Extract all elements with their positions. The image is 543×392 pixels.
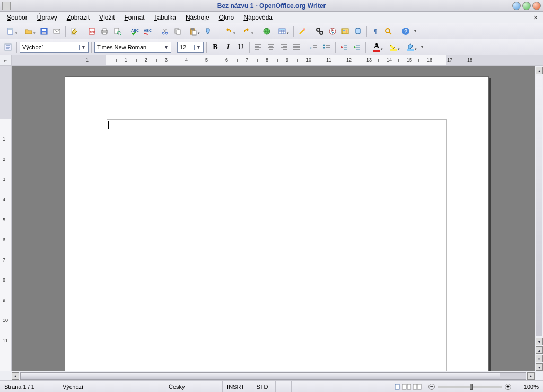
new-document-button[interactable] <box>2 25 19 37</box>
text-frame[interactable] <box>107 119 447 371</box>
auto-spellcheck-button[interactable]: ABC <box>142 25 153 37</box>
status-selection-mode[interactable]: STD <box>249 381 276 392</box>
underline-button[interactable]: U <box>235 41 247 53</box>
window-controls <box>512 2 543 10</box>
status-signature[interactable] <box>276 381 292 392</box>
export-pdf-button[interactable]: PDF <box>86 25 98 37</box>
horizontal-ruler[interactable]: 1123456789101112131415161718 <box>12 55 543 65</box>
menu-table[interactable]: Tabulka <box>151 13 180 22</box>
nonprinting-chars-button[interactable]: ¶ <box>370 25 381 37</box>
menu-file[interactable]: Soubor <box>3 13 31 22</box>
spellcheck-button[interactable]: ABC <box>129 25 141 37</box>
data-sources-button[interactable] <box>352 25 364 37</box>
email-button[interactable] <box>51 25 63 37</box>
align-right-button[interactable] <box>278 41 290 53</box>
navigation-button[interactable]: ○ <box>536 355 543 362</box>
bulleted-list-button[interactable] <box>321 41 332 53</box>
scroll-down-button[interactable]: ▾ <box>536 338 543 345</box>
print-button[interactable] <box>99 25 110 37</box>
font-size-combo[interactable]: 12 ▼ <box>177 42 204 53</box>
close-document-button[interactable]: × <box>531 13 540 22</box>
menu-format[interactable]: Formát <box>120 13 148 22</box>
page <box>65 76 489 371</box>
horizontal-ruler-row: ⌐ 1123456789101112131415161718 <box>0 55 543 66</box>
svg-rect-1 <box>8 28 13 30</box>
horizontal-scrollbar-thumb[interactable] <box>21 373 500 379</box>
separator <box>16 42 17 53</box>
previous-page-button[interactable]: ▴ <box>536 346 543 354</box>
styles-window-button[interactable] <box>2 41 14 53</box>
paragraph-style-combo[interactable]: Výchozí ▼ <box>20 42 89 53</box>
status-zoom-percent[interactable]: 100% <box>516 381 543 392</box>
svg-rect-10 <box>103 29 106 31</box>
zoom-slider[interactable] <box>438 386 502 388</box>
scroll-left-button[interactable]: ◂ <box>12 372 19 380</box>
bold-button[interactable]: B <box>209 41 221 53</box>
help-button[interactable]: ? <box>400 25 411 37</box>
font-name-combo[interactable]: Times New Roman ▼ <box>94 42 171 53</box>
status-insert-mode[interactable]: INSRT <box>223 381 249 392</box>
zoom-button[interactable] <box>382 25 394 37</box>
paste-button[interactable] <box>185 25 202 37</box>
minimize-button[interactable] <box>512 2 521 10</box>
toolbar-overflow-button[interactable]: ▾ <box>413 25 418 37</box>
zoom-slider-knob[interactable] <box>470 384 473 390</box>
open-button[interactable] <box>20 25 37 37</box>
chevron-down-icon: ▼ <box>79 45 86 50</box>
multi-page-icon[interactable] <box>402 384 411 390</box>
align-center-button[interactable] <box>265 41 277 53</box>
print-preview-button[interactable] <box>111 25 123 37</box>
status-view-layout[interactable] <box>389 381 426 392</box>
numbered-list-button[interactable]: 12 <box>308 41 320 53</box>
align-left-button[interactable] <box>252 41 264 53</box>
single-page-icon[interactable] <box>393 384 400 390</box>
scroll-up-button[interactable]: ▴ <box>536 67 543 74</box>
highlight-color-button[interactable]: ▾ <box>386 41 401 53</box>
italic-button[interactable]: I <box>222 41 234 53</box>
vertical-ruler[interactable]: 1234567891011 <box>0 66 12 371</box>
status-style[interactable]: Výchozí <box>58 381 164 392</box>
menu-insert[interactable]: Vložit <box>95 13 118 22</box>
menu-view[interactable]: Zobrazit <box>63 13 93 22</box>
menu-window[interactable]: Okno <box>215 13 238 22</box>
separator <box>83 26 83 37</box>
separator <box>156 26 156 37</box>
hyperlink-button[interactable] <box>261 25 273 37</box>
insert-table-button[interactable] <box>274 25 291 37</box>
separator <box>258 26 258 37</box>
background-color-button[interactable]: ▾ <box>402 41 418 53</box>
save-button[interactable] <box>38 25 50 37</box>
menu-tools[interactable]: Nástroje <box>182 13 213 22</box>
status-page[interactable]: Strana 1 / 1 <box>0 381 58 392</box>
book-view-icon[interactable] <box>413 384 422 390</box>
gallery-button[interactable] <box>339 25 351 37</box>
next-page-button[interactable]: ▾ <box>536 363 543 371</box>
increase-indent-button[interactable] <box>351 41 363 53</box>
close-button[interactable] <box>532 2 541 10</box>
navigator-button[interactable] <box>327 25 338 37</box>
show-draw-functions-button[interactable] <box>296 25 308 37</box>
redo-button[interactable] <box>238 25 255 37</box>
find-replace-button[interactable] <box>314 25 326 37</box>
format-paintbrush-button[interactable] <box>203 25 214 37</box>
edit-file-button[interactable] <box>68 25 80 37</box>
vertical-scrollbar-thumb[interactable] <box>536 76 542 336</box>
status-language[interactable]: Česky <box>164 381 223 392</box>
align-justify-button[interactable] <box>291 41 302 53</box>
scroll-right-button[interactable]: ▸ <box>527 372 535 380</box>
tab-type-button[interactable]: ⌐ <box>0 55 12 65</box>
zoom-in-button[interactable]: + <box>505 384 511 390</box>
copy-button[interactable] <box>172 25 183 37</box>
font-color-button[interactable]: A▾ <box>369 41 384 53</box>
undo-button[interactable] <box>220 25 237 37</box>
decrease-indent-button[interactable] <box>338 41 350 53</box>
zoom-out-button[interactable]: − <box>428 384 435 390</box>
standard-toolbar: PDF ABC ABC ¶ ? ▾ <box>0 23 543 39</box>
maximize-button[interactable] <box>522 2 531 10</box>
cut-button[interactable] <box>159 25 171 37</box>
horizontal-scrollbar[interactable] <box>20 372 526 380</box>
document-canvas[interactable] <box>12 66 535 371</box>
toolbar-overflow-button[interactable]: ▾ <box>419 41 425 53</box>
menu-edit[interactable]: Úpravy <box>33 13 61 22</box>
menu-help[interactable]: Nápověda <box>240 13 276 22</box>
